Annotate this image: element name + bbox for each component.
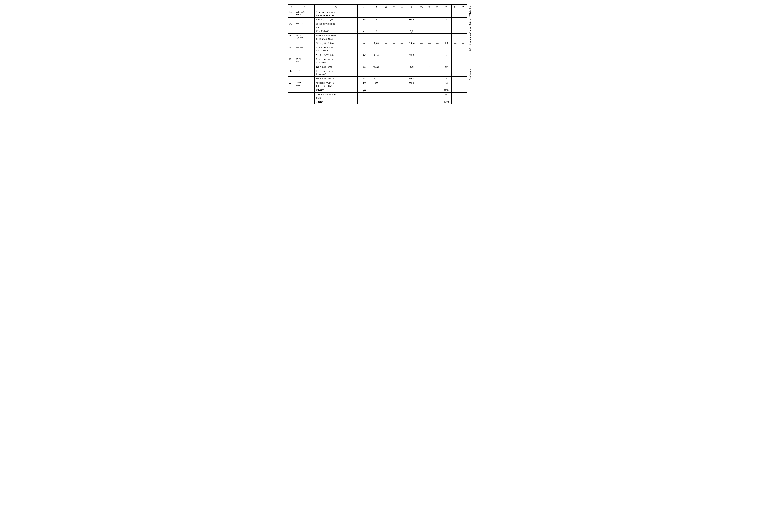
row-col15: —: [459, 53, 467, 57]
row-col13: —: [441, 29, 451, 34]
row-col13: 42: [441, 81, 451, 88]
row-col6: [382, 93, 390, 100]
row-col13: [441, 22, 451, 29]
row-col8: —: [398, 81, 406, 88]
row-col6: [382, 45, 390, 53]
row-col10: [417, 10, 425, 18]
row-col13: II38: [441, 88, 451, 93]
row-col7: [390, 10, 398, 18]
row-unit: км: [357, 65, 371, 69]
row-number: [288, 93, 295, 100]
row-desc: 265 х I,36= 360,4: [315, 76, 357, 81]
row-col7: [390, 69, 398, 76]
row-col9: 306: [406, 65, 417, 69]
right-sidebar: Зональный п.п. 802-5-47М.I3.86 I36 Альбо…: [467, 4, 472, 105]
row-col12: —: [433, 29, 441, 34]
table-row: I8.I5-09 т.2-005Кабель АНРГ сече- нием 2…: [288, 34, 467, 41]
row-col7: —: [390, 81, 398, 88]
row-desc: Плановые накопле- ния 8%: [315, 93, 357, 100]
row-col11: [425, 93, 433, 100]
row-col14: —: [451, 76, 459, 81]
row-col14: [451, 57, 459, 65]
row-col7: —: [390, 76, 398, 81]
table-row: I6.п.I7-090, 091IРозетка с заземля- ющим…: [288, 10, 467, 18]
row-col9: 360,4: [406, 76, 417, 81]
row-col11: —: [425, 81, 433, 88]
row-col8: [398, 100, 406, 105]
row-col9: 285,6: [406, 53, 417, 57]
row-col11: ~: [425, 65, 433, 69]
header-row: I 2 3 4 5 6 7 8 9 IO II I2 I3 I4 I5: [288, 5, 467, 10]
row-col8: —: [398, 41, 406, 45]
row-col5: [371, 57, 382, 65]
row-col10: [417, 100, 425, 105]
row-col8: —: [398, 29, 406, 34]
row-unit: ": [357, 100, 371, 105]
row-col6: —: [382, 65, 390, 69]
header-col-9: 9: [406, 5, 417, 10]
table-row: 0,I5хI,32=0,2штI———0,2——————: [288, 29, 467, 34]
row-number: [288, 53, 295, 57]
row-ref: [295, 18, 315, 22]
row-col5: 0,02: [371, 76, 382, 81]
row-col8: [398, 10, 406, 18]
row-col8: [398, 69, 406, 76]
row-col9: [406, 69, 417, 76]
row-col8: [398, 22, 406, 29]
row-col11: [425, 57, 433, 65]
row-col7: [390, 22, 398, 29]
row-ref: [295, 41, 315, 45]
row-col15: —: [459, 76, 467, 81]
row-unit: шт: [357, 29, 371, 34]
row-unit: шт: [357, 81, 371, 88]
row-col10: —: [417, 18, 425, 22]
row-col15: [459, 100, 467, 105]
row-col12: —: [433, 65, 441, 69]
row-col7: —: [390, 53, 398, 57]
row-unit: [357, 22, 371, 29]
row-col10: [417, 69, 425, 76]
row-col6: —: [382, 81, 390, 88]
row-col8: [398, 93, 406, 100]
row-col12: [433, 93, 441, 100]
row-unit: км: [357, 53, 371, 57]
row-col5: [371, 93, 382, 100]
row-col11: [425, 22, 433, 29]
row-desc: 225 х I,36= 306: [315, 65, 357, 69]
row-col15: [459, 45, 467, 53]
row-col15: [459, 10, 467, 18]
header-col-4: 4: [357, 5, 371, 10]
row-col9: 0,2: [406, 29, 417, 34]
row-unit: ": [357, 93, 371, 100]
row-ref: [295, 65, 315, 69]
row-number: [288, 76, 295, 81]
row-col14: —: [451, 29, 459, 34]
row-col13: 69: [441, 65, 451, 69]
row-ref: —"-—: [295, 45, 315, 53]
row-col5: I: [371, 29, 382, 34]
row-col8: [398, 34, 406, 41]
row-col10: [417, 93, 425, 100]
sidebar-number: I36: [468, 48, 471, 51]
row-ref: [295, 53, 315, 57]
row-col14: [451, 45, 459, 53]
row-ref: —"-—: [295, 69, 315, 76]
row-number: I9.: [288, 45, 295, 53]
row-col5: 0,03: [371, 53, 382, 57]
row-col9: [406, 93, 417, 100]
row-unit: [357, 45, 371, 53]
row-col6: [382, 88, 390, 93]
row-col10: —: [417, 81, 425, 88]
row-col11: —: [425, 76, 433, 81]
row-col7: [390, 93, 398, 100]
table-row: 20.I5-09 т.2-005То же, сечением 2 х 4 мм…: [288, 57, 467, 65]
row-col6: —: [382, 29, 390, 34]
page-wrapper: I 2 3 4 5 6 7 8 9 IO II I2 I3 I4 I5: [288, 4, 472, 105]
row-col5: [371, 22, 382, 29]
row-col14: [451, 34, 459, 41]
row-unit: [357, 34, 371, 41]
row-col6: [382, 22, 390, 29]
table-row: ИТОГО:руб.II38: [288, 88, 467, 93]
main-table: I 2 3 4 5 6 7 8 9 IO II I2 I3 I4 I5: [288, 5, 467, 105]
row-desc: То же, сечением 2 х 4 мм2: [315, 57, 357, 65]
